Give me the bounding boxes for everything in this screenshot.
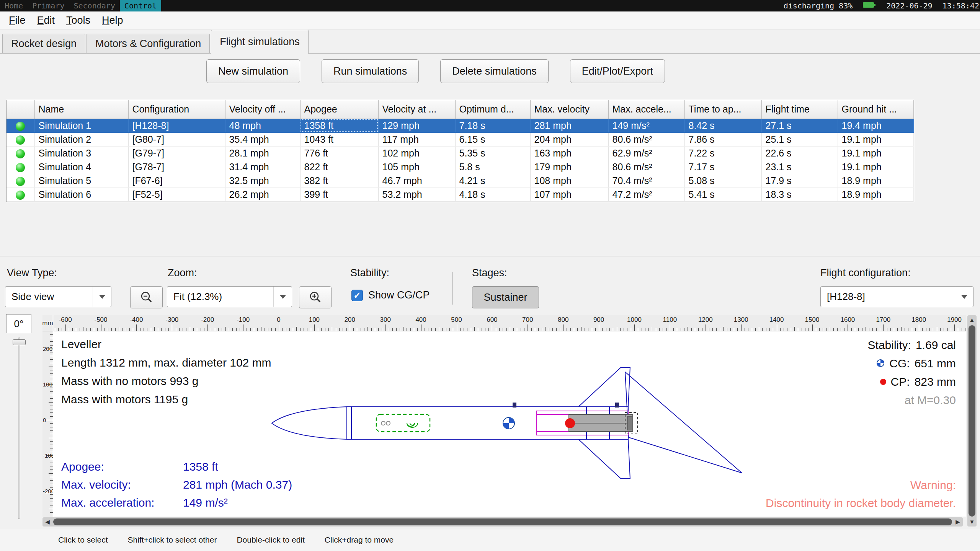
fin-upper[interactable] [578, 367, 630, 407]
cell-flight-time[interactable]: 25.1 s [761, 132, 838, 146]
cell-optimum-delay[interactable]: 5.35 s [455, 146, 530, 160]
cell-flight-time[interactable]: 22.6 s [761, 146, 838, 160]
cell-apogee[interactable]: 399 ft [300, 187, 378, 201]
cell-name[interactable]: Simulation 5 [34, 174, 128, 187]
scroll-up-icon[interactable]: ▲ [967, 315, 977, 324]
cell-max-acceleration[interactable]: 47.2 m/s² [608, 187, 684, 201]
cell-apogee[interactable]: 1358 ft [300, 119, 378, 132]
scroll-right-icon[interactable]: ▶ [953, 517, 963, 527]
cell-configuration[interactable]: [G79-7] [128, 146, 225, 160]
cell-apogee[interactable]: 1043 ft [300, 132, 378, 146]
cell-flight-time[interactable]: 23.1 s [761, 160, 838, 174]
view-type-select[interactable]: Side view [5, 286, 111, 307]
menu-help[interactable]: Help [96, 15, 129, 26]
rail-button[interactable] [513, 403, 516, 408]
horizontal-scrollbar[interactable]: ◀ ▶ [42, 517, 963, 527]
cell-time-to-apogee[interactable]: 7.86 s [684, 132, 761, 146]
cell-ground-hit[interactable]: 19.4 mph [838, 119, 914, 132]
cell-time-to-apogee[interactable]: 7.22 s [684, 146, 761, 160]
column-flight-time[interactable]: Flight time [761, 100, 838, 119]
cell-velocity-at[interactable]: 46.7 mph [378, 174, 455, 187]
column-optimum-delay[interactable]: Optimum d... [455, 100, 530, 119]
cell-ground-hit[interactable]: 18.9 mph [838, 174, 914, 187]
cell-name[interactable]: Simulation 6 [34, 187, 128, 201]
cell-max-velocity[interactable]: 281 mph [530, 119, 608, 132]
run-simulations-button[interactable]: Run simulations [322, 59, 419, 83]
cell-velocity-off[interactable]: 32.5 mph [225, 174, 300, 187]
cell-name[interactable]: Simulation 2 [34, 132, 128, 146]
cell-configuration[interactable]: [F67-6] [128, 174, 225, 187]
tab-motors-configuration[interactable]: Motors & Configuration [87, 34, 210, 53]
cell-time-to-apogee[interactable]: 5.41 s [684, 187, 761, 201]
cell-velocity-at[interactable]: 129 mph [378, 119, 455, 132]
column-name[interactable]: Name [34, 100, 128, 119]
cell-velocity-at[interactable]: 105 mph [378, 160, 455, 174]
zoom-select[interactable]: Fit (12.3%) [167, 286, 292, 307]
fin-lower[interactable] [578, 439, 630, 479]
cell-max-acceleration[interactable]: 80.6 m/s² [608, 132, 684, 146]
cell-optimum-delay[interactable]: 6.15 s [455, 132, 530, 146]
cell-max-velocity[interactable]: 107 mph [530, 187, 608, 201]
cell-velocity-at[interactable]: 117 mph [378, 132, 455, 146]
cell-velocity-off[interactable]: 26.2 mph [225, 187, 300, 201]
column-apogee[interactable]: Apogee [300, 100, 378, 119]
cell-name[interactable]: Simulation 1 [34, 119, 128, 132]
cell-time-to-apogee[interactable]: 7.17 s [684, 160, 761, 174]
cell-configuration[interactable]: [G78-7] [128, 160, 225, 174]
vertical-scrollbar[interactable]: ▲ ▼ [967, 315, 977, 527]
horizontal-scrollbar-thumb[interactable] [53, 518, 952, 525]
edit-plot-export-button[interactable]: Edit/Plot/Export [570, 59, 665, 83]
table-row[interactable]: Simulation 6[F52-5]26.2 mph399 ft53.2 mp… [7, 187, 914, 201]
menu-edit[interactable]: Edit [31, 15, 61, 26]
cell-velocity-at[interactable]: 102 mph [378, 146, 455, 160]
cell-max-velocity[interactable]: 108 mph [530, 174, 608, 187]
nose-cone[interactable] [272, 407, 347, 439]
cell-max-acceleration[interactable]: 70.4 m/s² [608, 174, 684, 187]
workspace-secondary[interactable]: Secondary [69, 0, 119, 11]
cell-time-to-apogee[interactable]: 8.42 s [684, 119, 761, 132]
cell-max-acceleration[interactable]: 62.9 m/s² [608, 146, 684, 160]
table-row[interactable]: Simulation 2[G80-7]35.4 mph1043 ft117 mp… [7, 132, 914, 146]
show-cgcp-label[interactable]: Show CG/CP [368, 289, 430, 301]
cell-velocity-off[interactable]: 28.1 mph [225, 146, 300, 160]
cell-optimum-delay[interactable]: 4.18 s [455, 187, 530, 201]
cell-optimum-delay[interactable]: 7.18 s [455, 119, 530, 132]
workspace-control[interactable]: Control [120, 0, 161, 11]
workspace-primary[interactable]: Primary [28, 0, 69, 11]
cell-apogee[interactable]: 382 ft [300, 174, 378, 187]
rotation-slider-handle[interactable] [13, 339, 26, 345]
cell-ground-hit[interactable]: 19.1 mph [838, 146, 914, 160]
column-max-acceleration[interactable]: Max. accele... [608, 100, 684, 119]
cell-max-velocity[interactable]: 163 mph [530, 146, 608, 160]
fin-projected[interactable] [625, 372, 742, 473]
cell-optimum-delay[interactable]: 4.21 s [455, 174, 530, 187]
column-time-to-apogee[interactable]: Time to ap... [684, 100, 761, 119]
cell-ground-hit[interactable]: 19.1 mph [838, 160, 914, 174]
cell-name[interactable]: Simulation 3 [34, 146, 128, 160]
cell-configuration[interactable]: [H128-8] [128, 119, 225, 132]
cell-velocity-off[interactable]: 35.4 mph [225, 132, 300, 146]
rotation-slider[interactable] [18, 337, 20, 519]
table-row[interactable]: Simulation 5[F67-6]32.5 mph382 ft46.7 mp… [7, 174, 914, 187]
cell-name[interactable]: Simulation 4 [34, 160, 128, 174]
cell-ground-hit[interactable]: 18.9 mph [838, 187, 914, 201]
column-max-velocity[interactable]: Max. velocity [530, 100, 608, 119]
pane-divider[interactable] [0, 256, 980, 256]
cell-max-velocity[interactable]: 179 mph [530, 160, 608, 174]
cell-apogee[interactable]: 822 ft [300, 160, 378, 174]
cell-velocity-at[interactable]: 53.2 mph [378, 187, 455, 201]
cell-optimum-delay[interactable]: 5.8 s [455, 160, 530, 174]
scroll-left-icon[interactable]: ◀ [42, 517, 52, 527]
rotation-angle-field[interactable]: 0° [6, 314, 31, 333]
scroll-down-icon[interactable]: ▼ [967, 517, 977, 527]
rocket-canvas[interactable]: Leveller Length 1312 mm, max. diameter 1… [53, 331, 966, 517]
table-row[interactable]: Simulation 3[G79-7]28.1 mph776 ft102 mph… [7, 146, 914, 160]
cell-flight-time[interactable]: 27.1 s [761, 119, 838, 132]
column-ground-hit[interactable]: Ground hit ... [838, 100, 914, 119]
cell-max-acceleration[interactable]: 149 m/s² [608, 119, 684, 132]
cell-configuration[interactable]: [F52-5] [128, 187, 225, 201]
vertical-scrollbar-thumb[interactable] [969, 325, 975, 517]
cell-velocity-off[interactable]: 48 mph [225, 119, 300, 132]
rail-button[interactable] [615, 403, 619, 408]
cell-flight-time[interactable]: 18.3 s [761, 187, 838, 201]
